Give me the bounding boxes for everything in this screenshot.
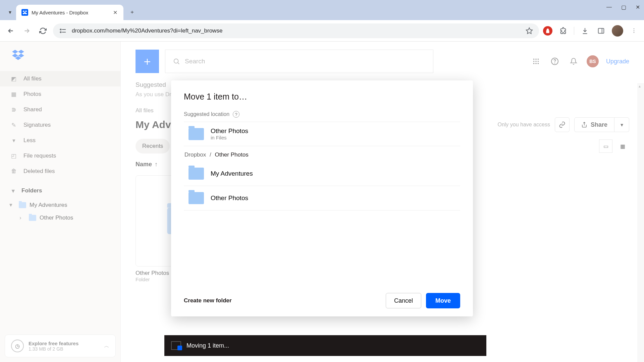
back-button[interactable]	[5, 25, 17, 37]
help-icon[interactable]: ?	[233, 111, 239, 118]
svg-rect-4	[598, 28, 604, 33]
tab-close-icon[interactable]: ✕	[112, 9, 118, 15]
tab-title: My Adventures - Dropbox	[32, 10, 109, 15]
extensions-puzzle-icon[interactable]	[558, 25, 569, 36]
browser-tab[interactable]: My Adventures - Dropbox ✕	[16, 5, 123, 20]
suggestion-sub: in Files	[211, 135, 248, 140]
modal-breadcrumb: Dropbox / Other Photos	[184, 146, 460, 162]
maximize-icon[interactable]: ▢	[621, 4, 626, 10]
downloads-icon[interactable]	[580, 25, 590, 36]
suggested-folder[interactable]: Other Photos in Files	[184, 122, 460, 146]
chrome-menu-icon[interactable]: ⋮	[629, 25, 639, 36]
destination-name: Other Photos	[211, 194, 248, 202]
modal-backdrop: Move 1 item to… Suggested location ? Oth…	[0, 42, 644, 362]
chrome-profile-avatar[interactable]	[612, 25, 623, 37]
moving-icon	[171, 341, 181, 350]
dropbox-favicon	[21, 9, 28, 16]
destination-folder[interactable]: Other Photos	[184, 186, 460, 210]
svg-point-2	[60, 32, 61, 33]
suggestion-name: Other Photos	[211, 127, 248, 135]
crumb-root[interactable]: Dropbox	[184, 152, 206, 158]
destination-folder[interactable]: My Adventures	[184, 162, 460, 186]
move-button[interactable]: Move	[426, 293, 460, 308]
close-window-icon[interactable]: ✕	[636, 4, 640, 10]
url-text: dropbox.com/home/My%20Adventures?di=left…	[72, 27, 222, 34]
new-tab-button[interactable]: ＋	[126, 6, 138, 18]
folder-icon	[189, 128, 204, 140]
svg-point-0	[60, 29, 61, 30]
address-bar[interactable]: dropbox.com/home/My%20Adventures?di=left…	[53, 23, 539, 38]
site-settings-icon[interactable]	[59, 27, 67, 35]
tab-search-dropdown[interactable]: ▾	[4, 6, 16, 18]
modal-title: Move 1 item to…	[184, 92, 460, 102]
forward-button[interactable]	[21, 25, 33, 37]
cancel-button[interactable]: Cancel	[386, 293, 421, 308]
minimize-icon[interactable]: —	[606, 4, 612, 10]
reload-button[interactable]	[37, 25, 49, 37]
suggested-location-label: Suggested location	[184, 111, 229, 117]
crumb-current: Other Photos	[215, 152, 248, 158]
toast-message: Moving 1 item...	[186, 342, 229, 349]
crumb-separator: /	[210, 152, 211, 158]
extension-icon[interactable]	[543, 26, 552, 36]
folder-icon	[189, 192, 204, 204]
toolbar-divider	[574, 27, 574, 35]
toast-notification: Moving 1 item...	[164, 335, 486, 356]
sidepanel-icon[interactable]	[596, 25, 606, 36]
move-modal: Move 1 item to… Suggested location ? Oth…	[171, 80, 473, 316]
create-new-folder-link[interactable]: Create new folder	[184, 297, 232, 304]
star-icon[interactable]	[526, 27, 533, 35]
folder-icon	[189, 168, 204, 180]
destination-name: My Adventures	[211, 170, 253, 177]
